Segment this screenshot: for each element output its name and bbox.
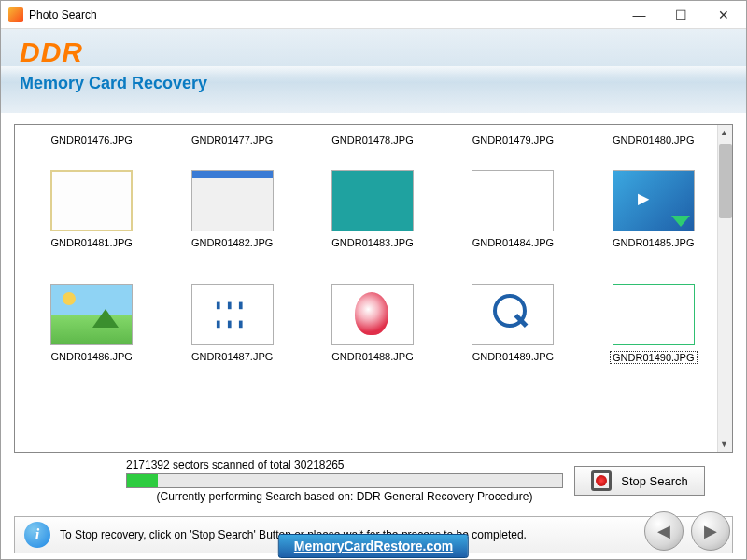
stop-search-button[interactable]: Stop Search xyxy=(574,466,705,496)
thumbnail-item[interactable]: GNDR01490.JPG xyxy=(585,265,723,377)
close-button[interactable]: ✕ xyxy=(702,2,744,28)
nav-next-button[interactable]: ▶ xyxy=(691,511,730,551)
thumbnail-image xyxy=(613,170,695,231)
thumbnail-item[interactable]: GNDR01487.JPG xyxy=(162,265,301,377)
content-area: GNDR01476.JPGGNDR01477.JPGGNDR01478.JPGG… xyxy=(1,113,746,509)
app-icon xyxy=(8,7,23,22)
thumbnail-item[interactable]: GNDR01477.JPG xyxy=(162,129,301,149)
thumbnail-label: GNDR01489.JPG xyxy=(472,351,554,362)
thumbnail-label: GNDR01486.JPG xyxy=(50,351,132,362)
thumbnail-label: GNDR01485.JPG xyxy=(613,237,694,248)
thumbnail-label: GNDR01482.JPG xyxy=(191,237,273,248)
progress-bar xyxy=(126,473,563,488)
thumbnail-image xyxy=(472,170,554,231)
thumbnail-label: GNDR01490.JPG xyxy=(610,351,697,364)
thumbnail-label: GNDR01483.JPG xyxy=(331,237,413,248)
progress-procedure: (Currently performing Search based on: D… xyxy=(126,490,563,503)
thumbnail-label: GNDR01480.JPG xyxy=(613,134,694,146)
app-window: Photo Search — ☐ ✕ DDR Memory Card Recov… xyxy=(0,0,747,560)
titlebar: Photo Search — ☐ ✕ xyxy=(1,1,746,29)
thumbnail-label: GNDR01484.JPG xyxy=(472,237,554,248)
thumbnail-item[interactable]: GNDR01488.JPG xyxy=(303,265,442,377)
thumbnail-item[interactable]: GNDR01484.JPG xyxy=(444,151,582,263)
results-scrollbar[interactable]: ▲ ▼ xyxy=(717,125,732,452)
thumbnail-item[interactable]: GNDR01476.JPG xyxy=(22,129,161,149)
progress-row: 2171392 sectors scanned of total 3021826… xyxy=(14,458,733,503)
thumbnail-label: GNDR01477.JPG xyxy=(191,134,273,146)
progress-status: 2171392 sectors scanned of total 3021826… xyxy=(126,458,563,471)
thumbnail-image xyxy=(50,170,133,231)
window-title: Photo Search xyxy=(29,8,618,21)
thumbnail-label: GNDR01479.JPG xyxy=(472,134,554,146)
minimize-button[interactable]: — xyxy=(618,2,660,28)
thumbnail-image xyxy=(50,284,133,345)
thumbnail-label: GNDR01481.JPG xyxy=(50,237,132,248)
thumbnail-image xyxy=(331,284,414,345)
nav-back-button[interactable]: ◀ xyxy=(644,511,684,551)
scroll-thumb[interactable] xyxy=(719,144,732,218)
brand-logo: DDR xyxy=(20,36,727,68)
thumbnail-item[interactable]: GNDR01478.JPG xyxy=(303,129,442,149)
thumbnail-label: GNDR01476.JPG xyxy=(50,134,132,146)
thumbnail-image xyxy=(191,170,274,231)
header-banner: DDR Memory Card Recovery xyxy=(1,29,746,113)
thumbnail-item[interactable]: GNDR01482.JPG xyxy=(162,151,301,263)
thumbnail-label: GNDR01487.JPG xyxy=(191,351,273,362)
scroll-down-icon[interactable]: ▼ xyxy=(720,440,728,449)
thumbnail-item[interactable]: GNDR01481.JPG xyxy=(22,151,161,263)
scroll-up-icon[interactable]: ▲ xyxy=(720,128,728,137)
app-subtitle: Memory Card Recovery xyxy=(20,74,727,93)
thumbnail-item[interactable]: GNDR01486.JPG xyxy=(22,265,161,377)
thumbnail-image xyxy=(191,284,274,345)
thumbnail-image xyxy=(331,170,414,231)
nav-buttons: ◀ ▶ xyxy=(644,511,730,551)
results-panel: GNDR01476.JPGGNDR01477.JPGGNDR01478.JPGG… xyxy=(14,124,733,453)
progress-fill xyxy=(127,474,158,487)
thumbnail-item[interactable]: GNDR01480.JPG xyxy=(585,129,723,149)
thumbnail-item[interactable]: GNDR01489.JPG xyxy=(444,265,582,377)
stop-icon xyxy=(591,470,612,491)
thumbnail-label: GNDR01488.JPG xyxy=(331,351,413,362)
footer-link[interactable]: MemoryCardRestore.com xyxy=(278,534,469,558)
thumbnail-item[interactable]: GNDR01479.JPG xyxy=(444,129,582,149)
stop-label: Stop Search xyxy=(621,474,688,488)
thumbnail-label: GNDR01478.JPG xyxy=(331,134,413,146)
thumbnail-image xyxy=(613,284,695,345)
thumbnail-item[interactable]: GNDR01483.JPG xyxy=(303,151,442,263)
maximize-button[interactable]: ☐ xyxy=(660,2,702,28)
thumbnail-image xyxy=(472,284,554,345)
thumbnail-item[interactable]: GNDR01485.JPG xyxy=(585,151,723,263)
info-icon: i xyxy=(24,522,50,548)
